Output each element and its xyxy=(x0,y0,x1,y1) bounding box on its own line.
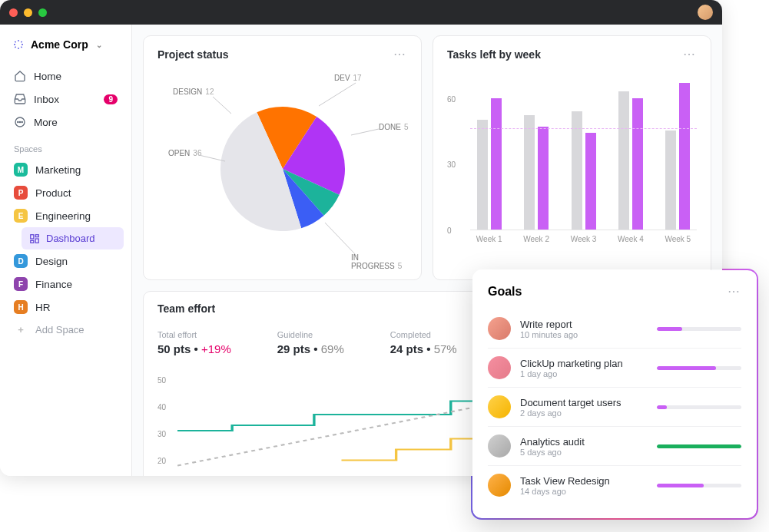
space-icon: H xyxy=(14,300,28,314)
nav-label: Home xyxy=(34,71,61,82)
space-label: Finance xyxy=(35,279,72,290)
workspace-switcher[interactable]: Acme Corp ⌄ xyxy=(8,35,124,54)
inbox-badge: 9 xyxy=(104,94,118,104)
stat-block: Completed24 pts • 57% xyxy=(390,330,457,355)
card-more-icon[interactable]: ⋯ xyxy=(393,47,407,61)
stat-label: Guideline xyxy=(277,330,344,339)
nav-more[interactable]: More xyxy=(8,111,124,134)
pie-label: OPEN36 xyxy=(168,149,201,157)
nav-label: More xyxy=(34,117,58,128)
goal-name: Document target users xyxy=(520,397,648,408)
svg-rect-6 xyxy=(35,239,38,243)
goal-row[interactable]: Task View Redesign14 days ago xyxy=(488,466,741,504)
nav-label: Inbox xyxy=(34,94,59,105)
goal-name: ClickUp marketing plan xyxy=(520,358,648,369)
goal-row[interactable]: Write report10 minutes ago xyxy=(488,309,741,349)
y-tick: 40 xyxy=(157,402,166,411)
svg-rect-7 xyxy=(31,240,34,243)
avatar xyxy=(488,435,511,458)
bar xyxy=(491,98,502,230)
avatar xyxy=(488,356,511,379)
svg-point-2 xyxy=(19,121,20,122)
spaces-label: Spaces xyxy=(8,134,124,158)
sidebar-item-product[interactable]: PProduct xyxy=(8,181,124,204)
bar xyxy=(538,127,549,230)
nav-inbox[interactable]: Inbox 9 xyxy=(8,88,124,111)
bar-group xyxy=(565,111,602,230)
space-label: Product xyxy=(35,187,71,199)
progress-bar xyxy=(657,327,741,331)
pie-chart xyxy=(214,100,352,238)
tasks-left-card: Tasks left by week ⋯ 03060 Week 1Week 2W… xyxy=(433,35,711,280)
avatar xyxy=(488,395,511,418)
stat-label: Completed xyxy=(390,330,457,339)
bar xyxy=(585,133,596,230)
bar-group xyxy=(517,115,555,230)
goal-row[interactable]: Document target users2 days ago xyxy=(488,388,741,427)
stat-value: 24 pts • 57% xyxy=(390,342,457,355)
space-icon: D xyxy=(14,254,28,268)
pie-label: IN PROGRESS5 xyxy=(351,253,407,270)
project-status-card: Project status ⋯ DESIGN12DEV17DONE5IN PR… xyxy=(143,35,422,280)
y-tick: 0 xyxy=(447,226,452,235)
goals-title: Goals xyxy=(488,285,522,299)
goals-panel: Goals ⋯ Write report10 minutes ago Click… xyxy=(472,269,757,518)
x-label: Week 1 xyxy=(470,235,508,243)
y-tick: 50 xyxy=(157,375,166,384)
sidebar-item-finance[interactable]: FFinance xyxy=(8,273,124,296)
progress-bar xyxy=(657,405,741,409)
pie-label: DONE5 xyxy=(379,123,408,131)
bar-chart: 03060 Week 1Week 2Week 3Week 4Week 5 xyxy=(447,69,697,253)
minimize-icon[interactable] xyxy=(24,8,32,17)
avatar xyxy=(488,317,511,340)
add-space-button[interactable]: + Add Space xyxy=(8,319,124,341)
home-icon xyxy=(14,70,26,82)
goal-time: 5 days ago xyxy=(520,448,648,457)
sidebar-item-hr[interactable]: HHR xyxy=(8,296,124,319)
workspace-icon xyxy=(12,38,25,51)
goal-name: Write report xyxy=(520,319,648,330)
goal-time: 2 days ago xyxy=(520,408,648,418)
user-avatar[interactable] xyxy=(698,5,713,20)
close-icon[interactable] xyxy=(9,8,18,17)
titlebar xyxy=(0,0,722,25)
y-tick: 30 xyxy=(157,429,166,438)
nav-home[interactable]: Home xyxy=(8,64,124,88)
stat-value: 50 pts • +19% xyxy=(157,342,231,355)
bar-group xyxy=(659,83,697,230)
bar xyxy=(665,131,676,230)
goal-time: 14 days ago xyxy=(520,487,648,496)
plus-icon: + xyxy=(14,324,28,335)
svg-point-3 xyxy=(22,121,22,122)
progress-bar xyxy=(657,444,741,448)
svg-rect-5 xyxy=(35,234,38,236)
sidebar-item-engineering[interactable]: EEngineering xyxy=(8,204,124,227)
maximize-icon[interactable] xyxy=(38,8,47,17)
card-title: Tasks left by week xyxy=(447,48,541,61)
bar xyxy=(618,91,629,230)
space-icon: F xyxy=(14,277,28,291)
space-icon: E xyxy=(14,209,28,223)
space-label: HR xyxy=(35,302,51,313)
card-more-icon[interactable]: ⋯ xyxy=(683,47,697,61)
space-label: Design xyxy=(35,256,68,267)
window-controls[interactable] xyxy=(9,8,47,17)
goals-more-icon[interactable]: ⋯ xyxy=(728,284,741,299)
space-icon: M xyxy=(14,163,28,177)
bar xyxy=(572,111,582,230)
y-tick: 30 xyxy=(447,160,456,169)
goal-row[interactable]: ClickUp marketing plan1 day ago xyxy=(488,349,741,388)
stat-label: Total effort xyxy=(157,330,231,339)
progress-bar xyxy=(657,366,741,370)
avatar xyxy=(488,474,511,497)
stat-block: Guideline29 pts • 69% xyxy=(277,330,344,355)
stat-value: 29 pts • 69% xyxy=(277,342,344,355)
sidebar-item-design[interactable]: DDesign xyxy=(8,249,124,273)
sidebar-dashboard[interactable]: Dashboard xyxy=(22,227,124,249)
goal-row[interactable]: Analytics audit5 days ago xyxy=(488,427,741,466)
svg-rect-4 xyxy=(31,234,34,238)
sidebar: Acme Corp ⌄ Home Inbox 9 More Spaces MMa… xyxy=(0,25,132,476)
sidebar-item-marketing[interactable]: MMarketing xyxy=(8,158,124,181)
bar-group xyxy=(612,91,649,230)
inbox-icon xyxy=(14,93,26,105)
